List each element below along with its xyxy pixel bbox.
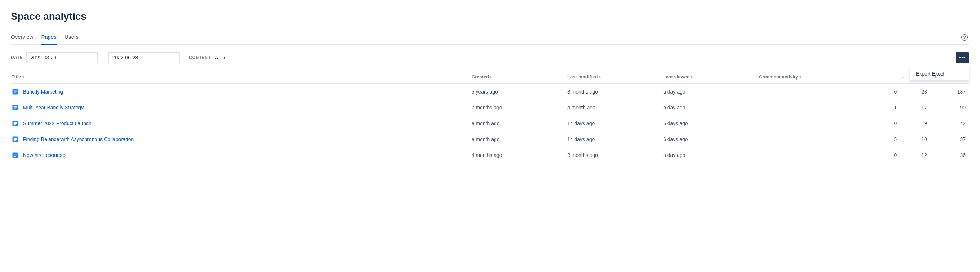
table-row: Finding Balance with Asynchronous Collab… — [11, 131, 969, 147]
title-cell: New hire resources! — [11, 151, 467, 159]
tab-overview[interactable]: Overview — [11, 31, 33, 45]
export-excel-item[interactable]: Export Excel — [910, 67, 969, 80]
help-icon[interactable]: ? — [961, 34, 968, 41]
page-link[interactable]: New hire resources! — [23, 152, 68, 158]
created-cell: 5 years ago — [471, 83, 567, 100]
col-modified-label: Last modified — [567, 74, 598, 80]
content-value: All — [215, 55, 221, 60]
page-link[interactable]: Finding Balance with Asynchronous Collab… — [23, 136, 134, 142]
modified-cell: a month ago — [567, 100, 662, 116]
page-title: Space analytics — [11, 11, 969, 22]
modified-cell: 3 months ago — [567, 83, 662, 100]
modified-cell: 14 days ago — [567, 131, 662, 147]
col-viewed-label: Last viewed — [663, 74, 690, 80]
page-link[interactable]: Summer 2022 Product Launch — [23, 121, 91, 126]
page-icon — [11, 104, 19, 111]
views-cell: 90 — [931, 100, 969, 116]
page-icon — [11, 151, 19, 159]
comment-cell: 5 — [758, 131, 900, 147]
table-row: Summer 2022 Product Launch a month ago 1… — [11, 116, 969, 131]
col-created-label: Created — [472, 74, 489, 80]
date-end-input[interactable] — [108, 52, 180, 63]
col-last-modified[interactable]: Last modified⇅ — [567, 71, 662, 83]
col-title[interactable]: Title⇅ — [11, 71, 471, 83]
viewed-cell: a day ago — [662, 147, 758, 163]
analytics-table: Title⇅ Created⇅ Last modified⇅ Last view… — [11, 71, 969, 163]
svg-rect-3 — [14, 93, 16, 94]
svg-rect-17 — [14, 154, 17, 155]
more-button[interactable]: ••• — [956, 52, 969, 63]
svg-rect-11 — [14, 124, 16, 125]
svg-rect-7 — [14, 109, 16, 110]
col-title-label: Title — [11, 74, 21, 80]
sort-icon: ⇅ — [691, 76, 693, 79]
svg-rect-19 — [14, 156, 16, 157]
created-cell: a month ago — [471, 116, 567, 131]
svg-rect-10 — [14, 123, 17, 124]
comment-cell: 0 — [758, 116, 900, 131]
tabs: Overview Pages Users — [11, 31, 78, 44]
views-cell: 36 — [931, 147, 969, 163]
viewed-cell: 6 days ago — [662, 116, 758, 131]
svg-rect-18 — [14, 155, 17, 156]
chevron-down-icon: ▼ — [223, 56, 226, 60]
modified-cell: 14 days ago — [567, 116, 662, 131]
viewed-cell: a day ago — [662, 100, 758, 116]
date-separator: – — [102, 55, 104, 60]
page-link[interactable]: Multi-Year Banc.ly Strategy — [23, 105, 84, 110]
col-created[interactable]: Created⇅ — [471, 71, 567, 83]
views-cell: 42 — [931, 116, 969, 131]
col-last-viewed[interactable]: Last viewed⇅ — [662, 71, 758, 83]
title-cell: Finding Balance with Asynchronous Collab… — [11, 136, 467, 143]
modified-cell: 3 months ago — [567, 147, 662, 163]
tab-users[interactable]: Users — [64, 31, 78, 45]
svg-rect-13 — [14, 138, 17, 139]
page-link[interactable]: Banc.ly Marketing — [23, 89, 63, 95]
sort-icon: ⇅ — [490, 76, 492, 79]
views-cell: 37 — [931, 131, 969, 147]
comment-cell: 1 — [758, 100, 900, 116]
svg-rect-2 — [14, 92, 17, 92]
users-cell: 28 — [900, 83, 931, 100]
created-cell: 7 months ago — [471, 100, 567, 116]
title-cell: Summer 2022 Product Launch — [11, 120, 467, 127]
date-start-input[interactable] — [26, 52, 98, 63]
page-icon — [11, 120, 19, 127]
views-cell: 187 — [931, 83, 969, 100]
svg-rect-14 — [14, 139, 17, 140]
more-dropdown: Export Excel — [910, 67, 969, 81]
comment-cell: 0 — [758, 83, 900, 100]
date-label: DATE — [11, 55, 23, 60]
table-row: Multi-Year Banc.ly Strategy 7 months ago… — [11, 100, 969, 116]
svg-rect-5 — [14, 107, 17, 107]
users-cell: 9 — [900, 116, 931, 131]
sort-icon: ⇅ — [22, 76, 24, 79]
content-select[interactable]: All ▼ — [214, 53, 227, 62]
created-cell: 4 months ago — [471, 147, 567, 163]
created-cell: a month ago — [471, 131, 567, 147]
tabs-bar: Overview Pages Users ? — [11, 31, 969, 45]
users-cell: 10 — [900, 131, 931, 147]
svg-rect-6 — [14, 108, 17, 108]
users-cell: 17 — [900, 100, 931, 116]
sort-icon: ⇅ — [599, 76, 601, 79]
filters-row: DATE – CONTENT All ▼ ••• Export Excel — [11, 52, 969, 63]
sort-icon: ⇅ — [935, 76, 937, 79]
sort-icon: ⇅ — [799, 76, 802, 79]
col-users-label: U — [901, 74, 904, 80]
table-row: Banc.ly Marketing 5 years ago 3 months a… — [11, 83, 969, 100]
viewed-cell: 6 days ago — [662, 131, 758, 147]
content-label: CONTENT — [189, 55, 211, 60]
table-row: New hire resources! 4 months ago 3 month… — [11, 147, 969, 163]
viewed-cell: a day ago — [662, 83, 758, 100]
svg-rect-1 — [14, 91, 17, 91]
svg-rect-9 — [14, 122, 17, 123]
page-icon — [11, 88, 19, 95]
users-cell: 12 — [900, 147, 931, 163]
col-comment-label: Comment activity — [759, 74, 798, 80]
svg-rect-15 — [14, 140, 16, 141]
col-comment-activity[interactable]: Comment activity⇅ — [758, 71, 900, 83]
filters-left: DATE – CONTENT All ▼ — [11, 52, 227, 63]
title-cell: Banc.ly Marketing — [11, 88, 467, 95]
tab-pages[interactable]: Pages — [41, 31, 57, 45]
